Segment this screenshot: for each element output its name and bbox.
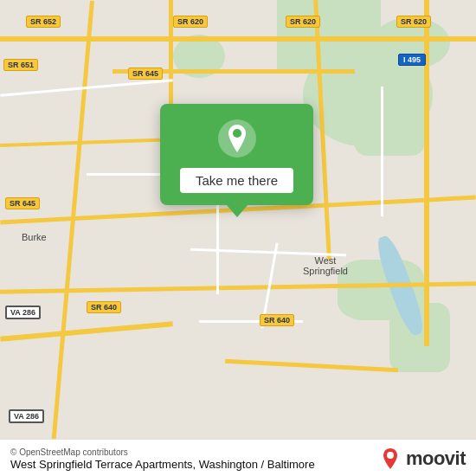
road-thin xyxy=(381,87,383,216)
svg-point-1 xyxy=(233,129,241,138)
road-thin xyxy=(199,320,303,323)
popup-card: Take me there xyxy=(160,104,313,205)
moovit-text: moovit xyxy=(406,447,466,470)
map-container: SR 652 SR 620 SR 620 SR 620 I 495 SR 651… xyxy=(0,0,476,476)
bottom-left-info: © OpenStreetMap contributors West Spring… xyxy=(10,447,315,471)
take-me-there-button[interactable]: Take me there xyxy=(180,168,293,193)
road xyxy=(0,36,476,42)
park-area xyxy=(355,104,424,156)
svg-point-2 xyxy=(387,452,394,459)
road-thin xyxy=(216,190,219,294)
road xyxy=(424,0,429,346)
copyright-text: © OpenStreetMap contributors xyxy=(10,447,315,457)
moovit-pin-icon xyxy=(378,447,402,471)
bottom-bar: © OpenStreetMap contributors West Spring… xyxy=(0,439,476,476)
location-pin-icon xyxy=(216,118,258,159)
location-title: West Springfield Terrace Apartments, Was… xyxy=(10,458,315,471)
moovit-logo: moovit xyxy=(378,447,466,471)
